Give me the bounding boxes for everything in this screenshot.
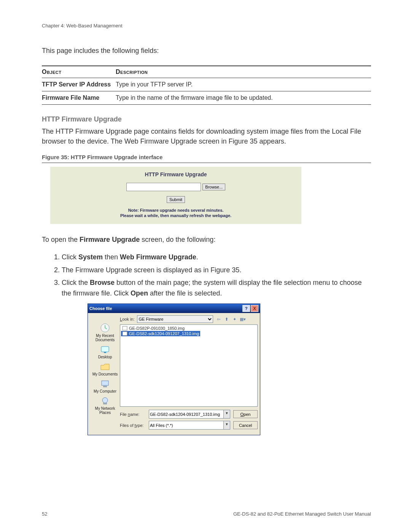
svg-rect-3 (102, 381, 108, 385)
manual-title: GE-DS-82 and 82-PoE Ethernet Managed Swi… (233, 511, 371, 517)
place-network[interactable]: My Network Places (90, 396, 120, 415)
up-icon[interactable]: ⬆ (223, 316, 230, 323)
svg-rect-6 (103, 403, 107, 404)
filetype-dropdown[interactable]: ▼ (224, 421, 230, 430)
help-button[interactable]: ? (242, 305, 250, 312)
place-desktop[interactable]: Desktop (90, 345, 120, 359)
svg-rect-1 (101, 347, 109, 352)
intro-text: This page includes the following fields: (42, 47, 371, 55)
close-button[interactable]: X (251, 305, 258, 312)
file-item-selected[interactable]: GE-DS82-sdk1204-091207_1310.img (121, 331, 200, 336)
choose-file-dialog: Choose file ? X My Recent Documents Desk… (88, 304, 260, 435)
col-object: Object (42, 66, 116, 78)
step-1: Click System then Web Firmware Upgrade. (62, 252, 371, 263)
place-recent[interactable]: My Recent Documents (90, 323, 120, 342)
filetype-label: Files of type: (120, 423, 146, 428)
computer-icon (99, 379, 111, 388)
recent-icon (99, 323, 111, 333)
panel-title: HTTP Firmware Upgrade (50, 171, 301, 177)
step-2: The Firmware Upgrade screen is displayed… (62, 265, 371, 276)
place-mydocs[interactable]: My Documents (90, 362, 120, 376)
cell-object: Firmware File Name (42, 91, 116, 105)
svg-rect-4 (103, 386, 107, 387)
desktop-icon (99, 345, 111, 354)
filename-input[interactable] (149, 410, 224, 419)
places-sidebar: My Recent Documents Desktop My Documents… (90, 315, 120, 432)
file-item[interactable]: GE-DS82P-091030_1850.img (121, 326, 186, 331)
figure-caption: Figure 35: HTTP Firmware Upgrade interfa… (42, 154, 371, 163)
dialog-titlebar: Choose file ? X (88, 304, 260, 313)
svg-rect-7 (123, 326, 127, 330)
folder-icon (99, 362, 111, 371)
fields-table: Object Description TFTP Server IP Addres… (42, 66, 371, 105)
network-icon (99, 396, 111, 406)
col-description: Description (116, 66, 371, 78)
filename-label: File name: (120, 412, 146, 417)
back-icon[interactable]: ⇦ (215, 316, 222, 323)
chapter-header: Chapter 4: Web-Based Management (42, 23, 371, 29)
file-list[interactable]: GE-DS82P-091030_1850.img GE-DS82-sdk1204… (120, 324, 258, 407)
section-body: The HTTP Firmware Upgrade page contains … (42, 126, 371, 146)
filename-dropdown[interactable]: ▼ (224, 410, 230, 419)
submit-button[interactable]: Submit (167, 196, 185, 203)
panel-note-line1: Note: Firmware upgrade needs several min… (50, 208, 301, 213)
table-row: TFTP Server IP Address Type in your TFTP… (42, 78, 371, 91)
table-row: Firmware File Name Type in the name of t… (42, 91, 371, 105)
instruction-intro: To open the Firmware Upgrade screen, do … (42, 235, 371, 244)
svg-point-5 (102, 398, 108, 403)
file-icon (122, 326, 127, 331)
open-button[interactable]: Open (233, 410, 258, 418)
cell-desc: Type in your TFTP server IP. (116, 78, 371, 91)
firmware-file-input[interactable] (126, 183, 201, 191)
file-icon (122, 331, 127, 336)
svg-rect-2 (104, 352, 106, 353)
panel-note-line2: Please wait a while, then manually refre… (50, 213, 301, 218)
section-heading: HTTP Firmware Upgrade (42, 115, 371, 123)
lookin-select[interactable]: GE Firmware (137, 315, 213, 323)
filetype-input[interactable] (149, 421, 224, 430)
lookin-label: Look Look in:in: (120, 317, 135, 321)
cell-desc: Type in the name of the firmware image f… (116, 91, 371, 105)
page-number: 52 (42, 511, 47, 517)
browse-button[interactable]: Browse... (202, 184, 225, 190)
cancel-button[interactable]: Cancel (233, 421, 258, 429)
firmware-upgrade-panel: HTTP Firmware Upgrade Browse... Submit N… (50, 167, 301, 224)
svg-rect-8 (123, 332, 127, 335)
newfolder-icon[interactable]: ✦ (231, 316, 238, 323)
steps-list: Click System then Web Firmware Upgrade. … (42, 252, 371, 299)
views-icon[interactable]: ▦▾ (239, 316, 246, 323)
place-mycomputer[interactable]: My Computer (90, 379, 120, 393)
step-3: Click the Browse button of the main page… (62, 278, 371, 299)
cell-object: TFTP Server IP Address (42, 78, 116, 91)
dialog-title-text: Choose file (89, 306, 242, 311)
